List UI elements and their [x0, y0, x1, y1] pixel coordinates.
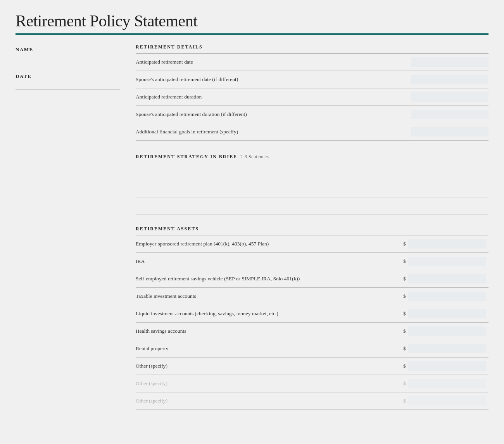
detail-input-2[interactable] — [411, 92, 488, 102]
retirement-details-section: RETIREMENT DETAILS Anticipated retiremen… — [136, 39, 488, 141]
strategy-header-text: RETIREMENT STRATEGY IN BRIEF — [136, 154, 237, 159]
strategy-area — [136, 166, 488, 214]
asset-input-9[interactable] — [408, 396, 486, 406]
asset-dollar-area-8: $ — [403, 379, 488, 388]
date-label: DATE — [16, 68, 120, 82]
asset-label-5: Health savings accounts — [136, 328, 403, 334]
asset-input-3[interactable] — [408, 292, 486, 301]
date-input[interactable] — [16, 82, 120, 90]
detail-input-4[interactable] — [411, 127, 488, 136]
strategy-subtitle: 2-3 Sentences — [240, 154, 269, 159]
detail-row-2: Anticipated retirement duration — [136, 88, 488, 106]
asset-dollar-area-7: $ — [403, 361, 488, 371]
page-container: Retirement Policy Statement NAME DATE RE… — [0, 0, 504, 444]
asset-label-2: Self-employed retirement savings vehicle… — [136, 276, 403, 282]
page-title: Retirement Policy Statement — [16, 12, 488, 30]
detail-label-4: Additional financial goals in retirement… — [136, 129, 411, 135]
strategy-spacer-1 — [136, 180, 488, 183]
asset-row-5: Health savings accounts $ — [136, 323, 488, 340]
asset-input-2[interactable] — [408, 274, 486, 283]
dollar-sign-3: $ — [403, 293, 406, 299]
retirement-strategy-section: RETIREMENT STRATEGY IN BRIEF 2-3 Sentenc… — [136, 149, 488, 214]
asset-row-6: Rental property $ — [136, 340, 488, 358]
detail-row-3: Spouse's anticipated retirement duration… — [136, 106, 488, 123]
strategy-spacer-2 — [136, 197, 488, 200]
dollar-sign-2: $ — [403, 276, 406, 282]
strategy-line-3 — [136, 200, 488, 214]
dollar-sign-9: $ — [403, 398, 406, 404]
asset-input-7[interactable] — [408, 361, 486, 371]
asset-label-1: IRA — [136, 258, 403, 264]
asset-label-4: Liquid investment accounts (checking, sa… — [136, 311, 403, 317]
retirement-assets-section: RETIREMENT ASSETS Employer-sponsored ret… — [136, 221, 488, 410]
dollar-sign-0: $ — [403, 241, 406, 247]
asset-dollar-area-4: $ — [403, 309, 488, 318]
strategy-line-1 — [136, 166, 488, 180]
asset-label-7: Other (specify) — [136, 363, 403, 369]
asset-row-8: Other (specify) $ — [136, 375, 488, 392]
asset-input-1[interactable] — [408, 257, 486, 266]
dollar-sign-8: $ — [403, 380, 406, 387]
asset-input-6[interactable] — [408, 344, 486, 353]
asset-input-8[interactable] — [408, 379, 486, 388]
asset-dollar-area-0: $ — [403, 239, 488, 249]
asset-dollar-area-2: $ — [403, 274, 488, 283]
detail-label-0: Anticipated retirement date — [136, 59, 411, 65]
asset-label-0: Employer-sponsored retirement plan (401(… — [136, 241, 403, 247]
asset-row-2: Self-employed retirement savings vehicle… — [136, 270, 488, 288]
retirement-details-header: RETIREMENT DETAILS — [136, 39, 488, 53]
asset-row-0: Employer-sponsored retirement plan (401(… — [136, 235, 488, 253]
asset-label-3: Taxable investment accounts — [136, 293, 403, 299]
asset-input-5[interactable] — [408, 327, 486, 336]
detail-label-1: Spouse's anticipated retirement date (if… — [136, 76, 411, 83]
detail-input-1[interactable] — [411, 75, 488, 84]
main-layout: NAME DATE RETIREMENT DETAILS Anticipated… — [16, 35, 488, 410]
dollar-sign-1: $ — [403, 258, 406, 264]
retirement-assets-header: RETIREMENT ASSETS — [136, 221, 488, 235]
right-panel: RETIREMENT DETAILS Anticipated retiremen… — [128, 35, 488, 410]
asset-dollar-area-6: $ — [403, 344, 488, 353]
strategy-divider — [136, 163, 488, 163]
detail-input-0[interactable] — [411, 57, 488, 67]
strategy-line-2 — [136, 183, 488, 197]
detail-row-1: Spouse's anticipated retirement date (if… — [136, 71, 488, 88]
asset-input-4[interactable] — [408, 309, 486, 318]
name-input[interactable] — [16, 55, 120, 63]
retirement-strategy-header: RETIREMENT STRATEGY IN BRIEF 2-3 Sentenc… — [136, 149, 488, 163]
asset-row-4: Liquid investment accounts (checking, sa… — [136, 305, 488, 323]
left-panel: NAME DATE — [16, 35, 128, 410]
asset-label-9: Other (specify) — [136, 398, 403, 404]
name-label: NAME — [16, 41, 120, 55]
asset-dollar-area-1: $ — [403, 257, 488, 266]
asset-dollar-area-5: $ — [403, 327, 488, 336]
asset-row-3: Taxable investment accounts $ — [136, 288, 488, 305]
detail-row-4: Additional financial goals in retirement… — [136, 123, 488, 141]
detail-label-2: Anticipated retirement duration — [136, 94, 411, 100]
dollar-sign-6: $ — [403, 346, 406, 352]
asset-label-8: Other (specify) — [136, 380, 403, 387]
asset-dollar-area-9: $ — [403, 396, 488, 406]
detail-input-3[interactable] — [411, 110, 488, 119]
asset-row-1: IRA $ — [136, 253, 488, 270]
asset-row-9: Other (specify) $ — [136, 392, 488, 410]
asset-input-0[interactable] — [408, 239, 486, 249]
detail-row-0: Anticipated retirement date — [136, 54, 488, 71]
dollar-sign-4: $ — [403, 311, 406, 317]
name-underline — [16, 63, 120, 63]
dollar-sign-7: $ — [403, 363, 406, 369]
dollar-sign-5: $ — [403, 328, 406, 334]
detail-label-3: Spouse's anticipated retirement duration… — [136, 111, 411, 117]
date-field-row: DATE — [16, 68, 120, 90]
name-field-row: NAME — [16, 41, 120, 63]
asset-row-7: Other (specify) $ — [136, 358, 488, 375]
asset-label-6: Rental property — [136, 346, 403, 352]
date-underline — [16, 90, 120, 90]
asset-dollar-area-3: $ — [403, 292, 488, 301]
